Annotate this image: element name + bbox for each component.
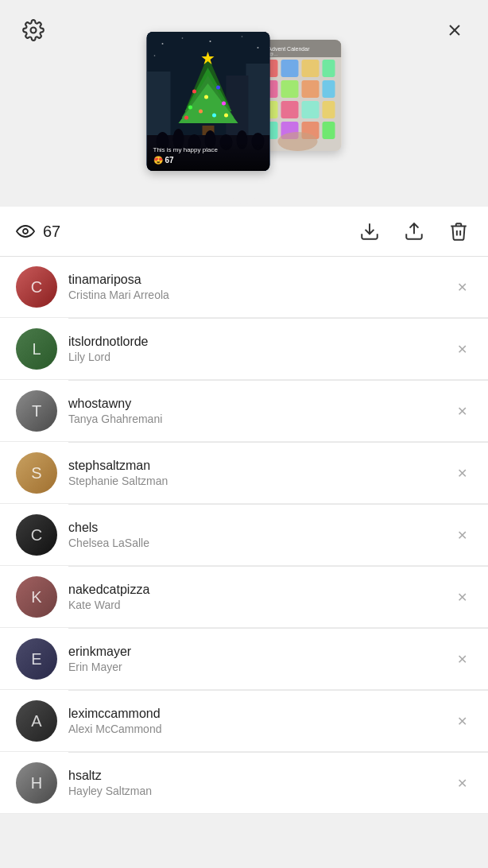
story-caption-text: This is my happy place: [153, 146, 264, 153]
avatar: E: [16, 638, 57, 680]
svg-rect-42: [323, 80, 335, 98]
caret-indicator: [230, 196, 258, 207]
svg-point-7: [154, 55, 156, 56]
svg-point-24: [224, 114, 228, 118]
delete-button[interactable]: [445, 218, 472, 245]
close-icon: [445, 21, 464, 40]
avatar-initial: C: [16, 514, 57, 556]
download-button[interactable]: [356, 218, 383, 245]
svg-point-4: [210, 41, 211, 42]
user-list-item: C tinamariposa Cristina Mari Arreola ✕: [0, 257, 488, 318]
username: chels: [68, 521, 452, 535]
heart-eye-icon: 😍: [153, 156, 163, 165]
svg-point-57: [23, 229, 28, 234]
action-icons: [356, 218, 472, 245]
close-button[interactable]: [439, 14, 471, 46]
avatar-initial: T: [16, 390, 57, 432]
svg-point-0: [31, 28, 37, 33]
download-icon: [359, 221, 380, 242]
viewer-list: C tinamariposa Cristina Mari Arreola ✕ L…: [0, 257, 488, 814]
avatar: A: [16, 700, 57, 742]
avatar-initial: H: [16, 762, 57, 804]
svg-rect-38: [323, 60, 335, 77]
svg-rect-45: [302, 101, 320, 118]
story-thumbnail-main[interactable]: This is my happy place 😍 67: [147, 32, 270, 171]
svg-rect-37: [302, 60, 320, 77]
username: tinamariposa: [68, 273, 452, 287]
username: hsaltz: [68, 769, 452, 783]
user-list-item: A leximccammond Alexi McCammond ✕: [0, 691, 488, 752]
svg-rect-46: [323, 101, 335, 118]
user-info: erinkmayer Erin Mayer: [68, 645, 452, 673]
svg-point-18: [204, 95, 208, 99]
fullname: Alexi McCammond: [68, 723, 452, 735]
share-button[interactable]: [401, 218, 428, 245]
remove-user-button[interactable]: ✕: [452, 275, 472, 300]
avatar-initial: A: [16, 700, 57, 742]
fullname: Hayley Saltzman: [68, 785, 452, 797]
fullname: Kate Ward: [68, 599, 452, 611]
story-views-container: 😍 67: [153, 156, 264, 165]
fullname: Chelsea LaSalle: [68, 537, 452, 549]
remove-user-button[interactable]: ✕: [452, 585, 472, 610]
svg-rect-40: [281, 80, 299, 98]
svg-point-21: [199, 110, 203, 114]
svg-point-6: [258, 47, 259, 48]
user-info: leximccammond Alexi McCammond: [68, 707, 452, 735]
avatar-initial: K: [16, 576, 57, 618]
fullname: Tanya Ghahremani: [68, 413, 452, 425]
user-info: itslordnotlorde Lily Lord: [68, 335, 452, 363]
user-list-item: T whostawny Tanya Ghahremani ✕: [0, 381, 488, 442]
story-views-count: 67: [165, 156, 174, 165]
header: This is my happy place 😍 67: [0, 0, 488, 207]
settings-button[interactable]: [17, 14, 49, 46]
username: leximccammond: [68, 707, 452, 721]
fullname: Cristina Mari Arreola: [68, 289, 452, 301]
remove-user-button[interactable]: ✕: [452, 647, 472, 672]
avatar-initial: L: [16, 328, 57, 370]
remove-user-button[interactable]: ✕: [452, 337, 472, 362]
avatar: C: [16, 514, 57, 556]
remove-user-button[interactable]: ✕: [452, 709, 472, 734]
fullname: Erin Mayer: [68, 661, 452, 673]
avatar: K: [16, 576, 57, 618]
avatar: S: [16, 452, 57, 494]
svg-point-3: [182, 37, 184, 39]
user-info: chels Chelsea LaSalle: [68, 521, 452, 549]
svg-point-17: [216, 86, 220, 90]
remove-user-button[interactable]: ✕: [452, 461, 472, 486]
svg-point-19: [188, 106, 192, 110]
user-list-item: C chels Chelsea LaSalle ✕: [0, 505, 488, 566]
svg-point-5: [242, 36, 243, 37]
user-info: nakedcatpizza Kate Ward: [68, 583, 452, 611]
svg-rect-9: [246, 64, 270, 135]
avatar-initial: S: [16, 452, 57, 494]
avatar-initial: E: [16, 638, 57, 680]
fullname: Lily Lord: [68, 351, 452, 363]
username: erinkmayer: [68, 645, 452, 659]
username: whostawny: [68, 397, 452, 411]
svg-rect-50: [323, 122, 335, 139]
svg-point-23: [184, 116, 188, 120]
avatar: T: [16, 390, 57, 432]
svg-rect-36: [281, 60, 299, 77]
remove-user-button[interactable]: ✕: [452, 523, 472, 548]
svg-rect-41: [302, 80, 320, 98]
user-list-item: K nakedcatpizza Kate Ward ✕: [0, 567, 488, 628]
username: itslordnotlorde: [68, 335, 452, 349]
user-info: whostawny Tanya Ghahremani: [68, 397, 452, 425]
eye-icon: [16, 224, 35, 238]
user-list-item: H hsaltz Hayley Saltzman ✕: [0, 753, 488, 814]
remove-user-button[interactable]: ✕: [452, 771, 472, 796]
svg-point-22: [212, 114, 216, 118]
user-info: stephsaltzman Stephanie Saltzman: [68, 459, 452, 487]
avatar-initial: C: [16, 266, 57, 308]
svg-point-54: [278, 132, 318, 151]
story-caption: This is my happy place 😍 67: [147, 141, 270, 171]
stats-bar: 67: [0, 207, 488, 257]
views-count: 67: [43, 223, 60, 241]
avatar: C: [16, 266, 57, 308]
remove-user-button[interactable]: ✕: [452, 399, 472, 424]
user-list-item: E erinkmayer Erin Mayer ✕: [0, 629, 488, 690]
trash-icon: [448, 221, 469, 242]
